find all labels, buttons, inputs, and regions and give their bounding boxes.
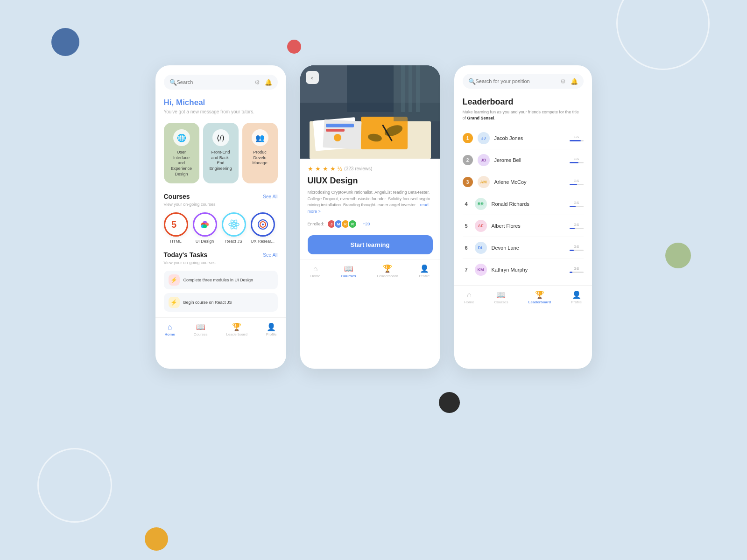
lb-score-5: GS: [570, 223, 584, 229]
star-1: ★: [308, 165, 313, 172]
rank-5: 5: [463, 223, 470, 229]
svg-point-21: [334, 134, 341, 141]
courses-header: Courses See All: [164, 193, 278, 200]
tasks-see-all[interactable]: See All: [263, 252, 277, 258]
lb-row-5[interactable]: 5 AF Albert Flores GS: [463, 215, 584, 237]
p3-nav-profile[interactable]: 👤 Profile: [571, 290, 582, 304]
p2-nav-leaderboard[interactable]: 🏆 Leaderboard: [377, 264, 398, 278]
lb-row-7[interactable]: 7 KM Kathryn Murphy GS: [463, 259, 584, 280]
p3-profile-icon: 👤: [572, 290, 581, 299]
p2-nav-home[interactable]: ⌂ Home: [310, 265, 320, 278]
html-icon: 5: [164, 212, 188, 237]
bg-arc-2: [37, 448, 112, 523]
frontend-icon: ⟨/⟩: [212, 129, 229, 146]
figma-label: UI Design: [196, 239, 214, 244]
bg-decoration-gold: [145, 527, 168, 551]
uiux-icon: 🌐: [173, 129, 190, 146]
lb-score-1: GS: [570, 135, 584, 141]
lb-bell-icon[interactable]: 🔔: [571, 77, 578, 85]
frontend-label: Front-End and Back-End Engineering: [209, 150, 233, 172]
rank-badge-2: 2: [463, 155, 473, 165]
lb-name-2: Jerome Bell: [494, 157, 565, 163]
lb-row-4[interactable]: 4 RR Ronald Richards GS: [463, 193, 584, 215]
lb-filter-icon[interactable]: ⚙: [559, 77, 567, 85]
lb-avatar-1: JJ: [478, 132, 490, 144]
lb-row-6[interactable]: 6 DL Devon Lane GS: [463, 237, 584, 259]
nav-courses[interactable]: 📖 Courses: [194, 322, 208, 336]
p2-profile-icon: 👤: [420, 264, 429, 273]
bottom-nav-leaderboard: ⌂ Home 📖 Courses 🏆 Leaderboard 👤 Profile: [454, 285, 592, 310]
lb-name-6: Devon Lane: [492, 245, 565, 251]
start-learning-button[interactable]: Start learning: [308, 235, 433, 254]
back-button[interactable]: ‹: [306, 71, 319, 84]
category-uiux[interactable]: 🌐 User Interface and Experience Design: [164, 123, 199, 183]
p3-nav-home[interactable]: ⌂ Home: [464, 291, 474, 304]
star-3: ★: [323, 165, 328, 172]
task2-text: Begin course on React JS: [183, 300, 232, 305]
lb-name-3: Arlene McCoy: [494, 179, 565, 185]
nav-home[interactable]: ⌂ Home: [164, 323, 175, 336]
p3-nav-courses[interactable]: 📖 Courses: [494, 290, 508, 304]
task-1[interactable]: ⚡ Complete three modules in UI Design: [164, 271, 278, 289]
lb-name-1: Jacob Jones: [494, 135, 565, 141]
p3-nav-leaderboard[interactable]: 🏆 Leaderboard: [529, 290, 551, 304]
search-bar-leaderboard[interactable]: 🔍 ⚙ 🔔: [463, 74, 584, 89]
filter-icon[interactable]: ⚙: [254, 78, 261, 86]
lb-score-6: GS: [570, 245, 584, 251]
stars-row: ★ ★ ★ ★ ½ (323 reviews): [308, 165, 433, 172]
p2-leaderboard-icon: 🏆: [383, 264, 392, 273]
search-icon: 🔍: [169, 78, 177, 86]
tasks-sub: View your on-going courses: [164, 260, 278, 265]
course-html[interactable]: 5 HTML: [164, 212, 188, 244]
task2-icon: ⚡: [169, 297, 180, 308]
courses-see-all[interactable]: See All: [263, 194, 277, 199]
categories-row: 🌐 User Interface and Experience Design ⟨…: [164, 123, 278, 183]
courses-nav-icon: 📖: [196, 322, 205, 331]
search-input[interactable]: [177, 79, 254, 85]
course-ux[interactable]: UX Resear...: [251, 212, 275, 244]
task-2[interactable]: ⚡ Begin course on React JS: [164, 293, 278, 312]
category-frontend[interactable]: ⟨/⟩ Front-End and Back-End Engineering: [203, 123, 239, 183]
search-bar-home[interactable]: 🔍 ⚙ 🔔: [164, 75, 278, 90]
course-react[interactable]: React JS: [222, 212, 246, 244]
svg-rect-16: [361, 117, 408, 149]
nav-profile[interactable]: 👤 Profile: [266, 322, 277, 336]
svg-text:5: 5: [171, 219, 176, 230]
p2-nav-profile[interactable]: 👤 Profile: [419, 264, 430, 278]
p3-courses-label: Courses: [494, 300, 508, 304]
lb-avatar-5: AF: [475, 220, 487, 232]
bell-icon[interactable]: 🔔: [265, 78, 272, 86]
task1-text: Complete three modules in UI Design: [183, 278, 254, 282]
lb-score-4: GS: [570, 201, 584, 207]
bottom-nav-courses: ⌂ Home 📖 Courses 🏆 Leaderboard 👤 Profile: [300, 259, 440, 284]
enrolled-avatars: J M K R: [327, 219, 357, 229]
svg-point-12: [262, 224, 264, 225]
lb-row-1[interactable]: 1 JJ Jacob Jones GS: [463, 127, 584, 149]
rank-badge-1: 1: [463, 133, 473, 143]
enrolled-count: +20: [363, 222, 370, 226]
p3-home-icon: ⌂: [467, 291, 472, 299]
leaderboard-list: 1 JJ Jacob Jones GS 2 JB Jerome Bell GS: [463, 127, 584, 280]
uiux-label: User Interface and Experience Design: [169, 150, 194, 177]
leaderboard-title: Leaderboard: [463, 97, 584, 107]
lb-search-input[interactable]: [476, 78, 559, 84]
lb-avatar-6: DL: [475, 242, 487, 254]
p2-courses-label: Courses: [341, 274, 356, 278]
lb-search-icon: 🔍: [468, 77, 476, 85]
category-product[interactable]: 👥 Produc Develo Manage: [242, 123, 278, 183]
p2-nav-courses[interactable]: 📖 Courses: [341, 264, 356, 278]
figma-icon: [193, 212, 217, 237]
course-figma[interactable]: UI Design: [193, 212, 217, 244]
lb-row-2[interactable]: 2 JB Jerome Bell GS: [463, 149, 584, 171]
tasks-header: Today's Tasks See All: [164, 251, 278, 259]
p3-leaderboard-icon: 🏆: [535, 290, 544, 299]
enrolled-label: Enrolled:: [308, 222, 324, 226]
lb-row-3[interactable]: 3 AM Arlene McCoy GS: [463, 171, 584, 193]
nav-leaderboard[interactable]: 🏆 Leaderboard: [226, 322, 247, 336]
lb-score-2: GS: [570, 157, 584, 163]
p2-leaderboard-label: Leaderboard: [377, 274, 398, 278]
username: Micheal: [176, 98, 205, 107]
ux-label: UX Resear...: [251, 239, 275, 244]
lb-name-7: Kathryn Murphy: [492, 267, 565, 273]
p2-profile-label: Profile: [419, 274, 430, 278]
